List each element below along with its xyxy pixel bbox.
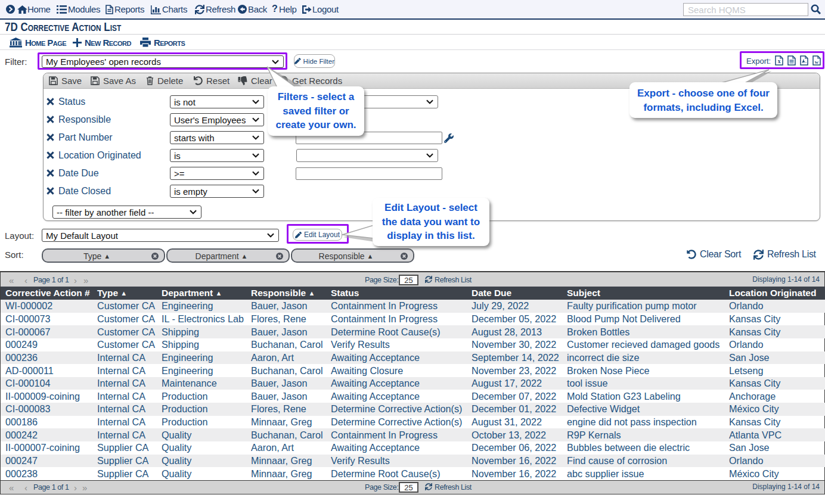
svg-text:x: x (778, 58, 781, 64)
svg-text:w: w (815, 59, 819, 65)
